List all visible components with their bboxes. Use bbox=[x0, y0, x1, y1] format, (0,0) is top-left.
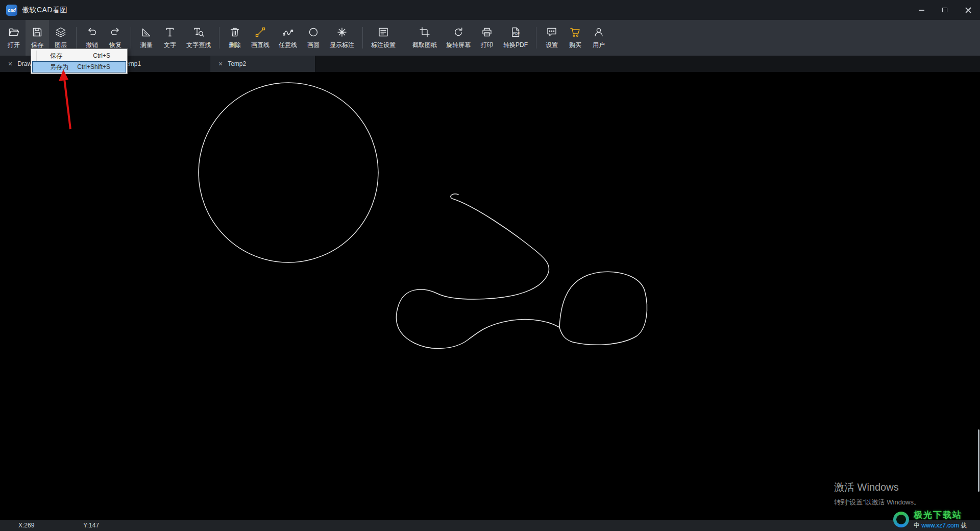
save-icon bbox=[31, 26, 43, 39]
toolbar: 打开 保存 图层 撤销 恢复 测量 文字 bbox=[0, 20, 980, 56]
toolbar-capture-drawing-label: 截取图纸 bbox=[412, 41, 437, 50]
menu-item-save-as[interactable]: 另存为 Ctrl+Shift+S bbox=[32, 61, 126, 73]
maximize-icon bbox=[942, 8, 947, 12]
tab-close-icon[interactable]: × bbox=[218, 60, 223, 67]
activate-windows-subtitle: 转到“设置”以激活 Windows。 bbox=[834, 498, 920, 507]
minimize-button[interactable] bbox=[910, 0, 933, 20]
printer-icon bbox=[481, 26, 493, 39]
layers-icon bbox=[55, 26, 67, 39]
toolbar-user-label: 用户 bbox=[593, 41, 605, 50]
toolbar-show-annotation-label: 显示标注 bbox=[330, 41, 354, 50]
menu-item-save-as-shortcut: Ctrl+Shift+S bbox=[77, 63, 110, 70]
toolbar-freehand-line-button[interactable]: 任意线 bbox=[274, 20, 302, 56]
save-dropdown-menu: 保存 Ctrl+S 另存为 Ctrl+Shift+S bbox=[31, 49, 128, 74]
activate-windows-watermark: 激活 Windows 转到“设置”以激活 Windows。 bbox=[834, 480, 920, 507]
text-icon bbox=[164, 26, 176, 39]
ruler-icon bbox=[140, 26, 153, 39]
toolbar-separator bbox=[131, 27, 131, 49]
status-bar: X:269 Y:147 bbox=[0, 520, 980, 531]
title-bar: cad 傲软CAD看图 bbox=[0, 0, 980, 20]
tab-close-icon[interactable]: × bbox=[8, 60, 12, 67]
cad-drawing bbox=[0, 72, 980, 520]
toolbar-separator bbox=[362, 27, 363, 49]
toolbar-rotate-screen-button[interactable]: 旋转屏幕 bbox=[442, 20, 475, 56]
toolbar-separator bbox=[536, 27, 536, 49]
toolbar-draw-line-button[interactable]: 画直线 bbox=[247, 20, 274, 56]
toolbar-delete-label: 删除 bbox=[229, 41, 241, 50]
redo-icon bbox=[109, 26, 121, 39]
toolbar-annotation-settings-label: 标注设置 bbox=[371, 41, 396, 50]
toolbar-convert-pdf-button[interactable]: PDF 转换PDF bbox=[499, 20, 532, 56]
menu-item-save-shortcut: Ctrl+S bbox=[93, 52, 110, 59]
site-watermark: 极光下载站 中 www.xz7.com 载 bbox=[893, 509, 967, 530]
toolbar-open-button[interactable]: 打开 bbox=[2, 20, 26, 56]
toolbar-settings-label: 设置 bbox=[546, 41, 558, 50]
site-url-suffix: 载 bbox=[961, 522, 967, 529]
toolbar-open-label: 打开 bbox=[8, 41, 20, 50]
site-url: www.xz7.com bbox=[921, 522, 959, 529]
toolbar-annotation-settings-button[interactable]: 标注设置 bbox=[366, 20, 400, 56]
toolbar-text-label: 文字 bbox=[164, 41, 176, 50]
app-logo-icon: cad bbox=[6, 5, 17, 16]
text-search-icon bbox=[192, 26, 205, 39]
toolbar-text-button[interactable]: 文字 bbox=[158, 20, 182, 56]
toolbar-text-search-button[interactable]: 文字查找 bbox=[182, 20, 215, 56]
tab-temp2[interactable]: × Temp2 bbox=[210, 56, 315, 72]
toolbar-capture-drawing-button[interactable]: 截取图纸 bbox=[408, 20, 442, 56]
toolbar-measure-button[interactable]: 测量 bbox=[135, 20, 158, 56]
window-controls bbox=[910, 0, 980, 20]
close-button[interactable] bbox=[957, 0, 980, 20]
toolbar-show-annotation-button[interactable]: 显示标注 bbox=[325, 20, 359, 56]
toolbar-freehand-line-label: 任意线 bbox=[279, 41, 297, 50]
annotation-settings-icon bbox=[377, 26, 389, 39]
vertical-scrollbar-thumb[interactable] bbox=[978, 429, 979, 492]
rotate-icon bbox=[452, 26, 464, 39]
toolbar-print-button[interactable]: 打印 bbox=[475, 20, 499, 56]
toolbar-separator bbox=[404, 27, 404, 49]
svg-text:PDF: PDF bbox=[513, 32, 520, 35]
toolbar-user-button[interactable]: 用户 bbox=[587, 20, 610, 56]
toolbar-buy-button[interactable]: 购买 bbox=[564, 20, 587, 56]
site-name: 极光下载站 bbox=[914, 509, 967, 521]
toolbar-draw-line-label: 画直线 bbox=[251, 41, 270, 50]
toolbar-rotate-screen-label: 旋转屏幕 bbox=[446, 41, 471, 50]
toolbar-draw-circle-label: 画圆 bbox=[307, 41, 320, 50]
status-x-coordinate: X:269 bbox=[18, 522, 34, 529]
minimize-icon bbox=[919, 10, 924, 11]
toolbar-delete-button[interactable]: 删除 bbox=[223, 20, 247, 56]
folder-open-icon bbox=[8, 26, 20, 39]
user-icon bbox=[593, 26, 605, 39]
toolbar-separator bbox=[76, 27, 77, 49]
menu-item-save-label: 保存 bbox=[50, 52, 62, 60]
drawing-canvas[interactable]: 激活 Windows 转到“设置”以激活 Windows。 bbox=[0, 72, 980, 520]
toolbar-convert-pdf-label: 转换PDF bbox=[503, 41, 528, 50]
app-window: cad 傲软CAD看图 打开 保存 图层 撤销 恢复 bbox=[0, 0, 980, 531]
toolbar-measure-label: 测量 bbox=[140, 41, 153, 50]
tab-label: Temp2 bbox=[228, 60, 246, 67]
menu-item-save[interactable]: 保存 Ctrl+S bbox=[32, 50, 126, 61]
crop-icon bbox=[419, 26, 431, 39]
toolbar-draw-circle-button[interactable]: 画圆 bbox=[302, 20, 325, 56]
tab-bar: × Drawing1 × Temp1 × Temp2 bbox=[0, 56, 980, 72]
toolbar-print-label: 打印 bbox=[481, 41, 493, 50]
activate-windows-title: 激活 Windows bbox=[834, 480, 920, 494]
site-url-prefix: 中 bbox=[914, 522, 920, 529]
toolbar-buy-label: 购买 bbox=[569, 41, 581, 50]
undo-icon bbox=[86, 26, 98, 39]
trash-icon bbox=[229, 26, 241, 39]
circle-icon bbox=[307, 26, 320, 39]
line-icon bbox=[254, 26, 266, 39]
toolbar-settings-button[interactable]: 设置 bbox=[540, 20, 564, 56]
maximize-button[interactable] bbox=[933, 0, 957, 20]
pdf-icon: PDF bbox=[509, 26, 522, 39]
close-icon bbox=[965, 7, 971, 13]
window-title: 傲软CAD看图 bbox=[22, 6, 67, 15]
menu-item-save-as-label: 另存为 bbox=[50, 63, 68, 71]
toolbar-text-search-label: 文字查找 bbox=[186, 41, 211, 50]
freehand-icon bbox=[282, 26, 294, 39]
status-y-coordinate: Y:147 bbox=[83, 522, 99, 529]
annotation-icon bbox=[336, 26, 348, 39]
toolbar-separator bbox=[219, 27, 219, 49]
site-logo-icon bbox=[893, 512, 909, 527]
settings-bubble-icon bbox=[546, 26, 558, 39]
